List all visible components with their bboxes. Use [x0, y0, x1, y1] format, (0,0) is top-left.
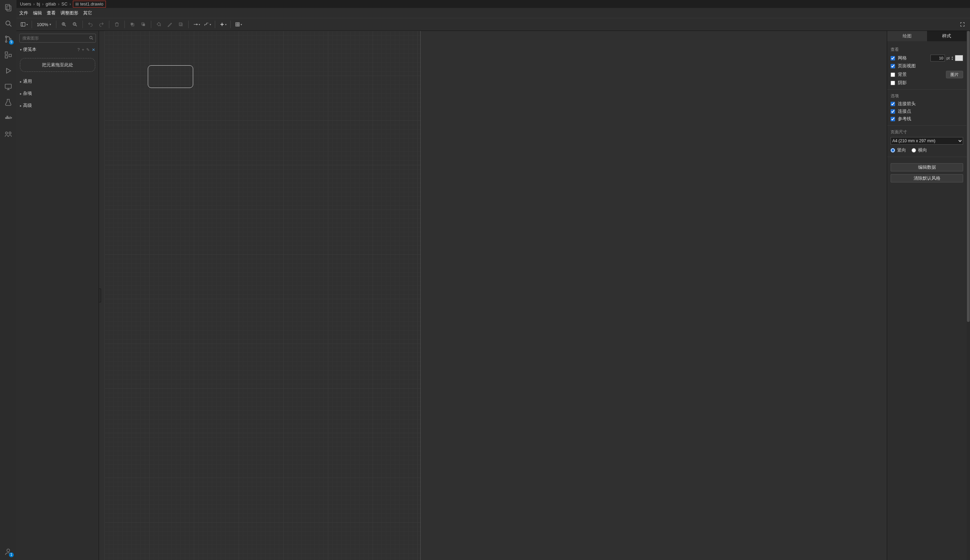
format-body: 查看 网格 pt ▲ ▼ 页面视图 [887, 41, 967, 186]
scm-badge: 9 [9, 40, 14, 45]
testing-icon[interactable] [3, 98, 13, 107]
breadcrumb-part[interactable]: gitlab [46, 2, 56, 7]
scrollbar-thumb[interactable] [967, 31, 970, 322]
conn-arrows-label: 连接箭头 [898, 101, 916, 107]
svg-rect-22 [21, 23, 25, 27]
to-back-button[interactable] [139, 20, 148, 29]
scratchpad-title: 便笺本 [23, 47, 37, 52]
svg-rect-18 [7, 116, 8, 117]
canvas[interactable] [99, 31, 887, 560]
portrait-radio-label[interactable]: 竖向 [891, 147, 906, 153]
background-checkbox[interactable] [891, 72, 895, 77]
breadcrumb-part[interactable]: SC [62, 2, 67, 7]
edit-icon[interactable]: ✎ [86, 47, 90, 52]
breadcrumb-part[interactable]: Users [20, 2, 31, 7]
zoom-out-button[interactable] [70, 20, 80, 29]
zoom-in-button[interactable] [59, 20, 69, 29]
shape-search-input[interactable] [20, 36, 95, 40]
landscape-radio[interactable] [912, 148, 916, 153]
waypoints-button[interactable]: ▾ [202, 20, 212, 29]
menu-file[interactable]: 文件 [19, 10, 28, 16]
page-view-checkbox[interactable] [891, 64, 895, 68]
tab-diagram[interactable]: 绘图 [887, 31, 927, 41]
category-misc[interactable]: 杂项 [19, 88, 96, 98]
shape-search[interactable] [19, 34, 96, 43]
file-icon: ▤ [75, 2, 79, 6]
shadow-checkbox[interactable] [891, 81, 895, 85]
add-icon[interactable]: + [82, 47, 84, 52]
clear-default-style-button[interactable]: 清除默认风格 [891, 174, 963, 182]
landscape-radio-label[interactable]: 横向 [912, 147, 927, 153]
explorer-icon[interactable] [3, 3, 13, 12]
dropzone-label: 把元素拖至此处 [42, 62, 73, 68]
menu-edit[interactable]: 编辑 [33, 10, 42, 16]
tab-style[interactable]: 样式 [927, 31, 967, 41]
scratchpad-dropzone[interactable]: 把元素拖至此处 [20, 58, 95, 72]
svg-point-2 [6, 21, 10, 25]
search-icon[interactable] [88, 35, 93, 41]
insert-button[interactable]: ▾ [218, 20, 227, 29]
stepper-down-icon[interactable]: ▼ [951, 58, 953, 60]
toolbar: ▾ 100% ▾ ▾ ▾ ▾ ▾ [17, 18, 970, 31]
search-icon[interactable] [3, 18, 13, 28]
shadow-label: 阴影 [898, 80, 907, 86]
grid-size-input[interactable] [930, 55, 945, 62]
chevron-down-icon: ▾ [225, 23, 227, 26]
conn-points-checkbox[interactable] [891, 109, 895, 114]
docker-icon[interactable] [3, 113, 13, 123]
svg-point-46 [90, 36, 92, 38]
help-icon[interactable]: ? [77, 47, 80, 52]
grid-color-swatch[interactable] [955, 55, 963, 61]
diagram-page[interactable] [105, 31, 421, 560]
background-label: 背景 [898, 72, 907, 78]
close-icon[interactable]: ✕ [92, 47, 95, 52]
scratchpad-header[interactable]: 便笺本 ? + ✎ ✕ [19, 45, 96, 55]
table-button[interactable]: ▾ [234, 20, 243, 29]
extensions-icon[interactable] [3, 50, 13, 60]
conn-arrows-checkbox[interactable] [891, 102, 895, 106]
toggle-sidebar-button[interactable]: ▾ [19, 20, 29, 29]
delete-button[interactable] [112, 20, 122, 29]
breadcrumb-file[interactable]: ▤ test1.drawio [73, 1, 105, 8]
fullscreen-button[interactable] [958, 20, 967, 29]
rounded-rectangle-shape[interactable] [148, 65, 193, 88]
svg-point-5 [5, 41, 7, 42]
live-share-icon[interactable] [3, 129, 13, 139]
svg-rect-33 [143, 24, 145, 26]
chevron-right-icon: › [69, 2, 71, 7]
menu-other[interactable]: 其它 [83, 10, 92, 16]
svg-point-19 [5, 132, 8, 134]
portrait-radio[interactable] [891, 148, 895, 153]
grid-checkbox[interactable] [891, 56, 895, 60]
chevron-down-icon: ▾ [50, 23, 51, 26]
page-view-label: 页面视图 [898, 63, 916, 69]
fill-color-button[interactable] [154, 20, 164, 29]
zoom-select[interactable]: 100% ▾ [35, 22, 53, 27]
chevron-right-icon: › [33, 2, 35, 7]
shadow-button[interactable] [176, 20, 185, 29]
undo-button[interactable] [85, 20, 95, 29]
breadcrumb-part[interactable]: bj [37, 2, 40, 7]
connection-button[interactable]: ▾ [192, 20, 201, 29]
page-size-select[interactable]: A4 (210 mm x 297 mm) [891, 137, 963, 145]
menu-adjust-shape[interactable]: 调整图形 [60, 10, 78, 16]
menu-view[interactable]: 查看 [47, 10, 56, 16]
redo-button[interactable] [97, 20, 106, 29]
to-front-button[interactable] [127, 20, 137, 29]
run-debug-icon[interactable] [3, 66, 13, 76]
category-general[interactable]: 通用 [19, 77, 96, 87]
format-scrollbar[interactable] [967, 31, 970, 560]
splitter-handle[interactable] [99, 288, 101, 302]
edit-data-button[interactable]: 编辑数据 [891, 163, 963, 172]
guides-checkbox[interactable] [891, 117, 895, 121]
category-advanced[interactable]: 高级 [19, 101, 96, 111]
accounts-icon[interactable]: 1 [3, 547, 13, 557]
source-control-icon[interactable]: 9 [3, 34, 13, 44]
svg-line-47 [92, 38, 93, 40]
remote-icon[interactable] [3, 82, 13, 92]
background-image-button[interactable]: 图片 [946, 71, 963, 78]
accounts-badge: 1 [9, 552, 14, 557]
stepper-up-icon[interactable]: ▲ [951, 56, 953, 58]
line-color-button[interactable] [165, 20, 175, 29]
zoom-value: 100% [37, 22, 48, 27]
